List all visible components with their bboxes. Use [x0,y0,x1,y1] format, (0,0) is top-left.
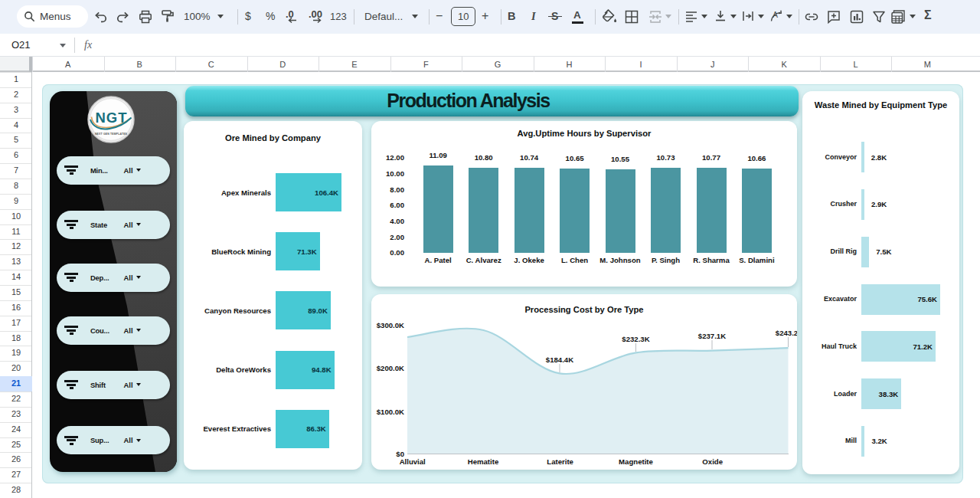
svg-text:$232.3K: $232.3K [622,335,649,343]
svg-text:NEXT GEN TEMPLATES: NEXT GEN TEMPLATES [95,133,128,136]
svg-text:$243.2K: $243.2K [776,329,797,337]
svg-text:$237.1K: $237.1K [698,332,726,340]
svg-text:$184.4K: $184.4K [546,355,573,364]
